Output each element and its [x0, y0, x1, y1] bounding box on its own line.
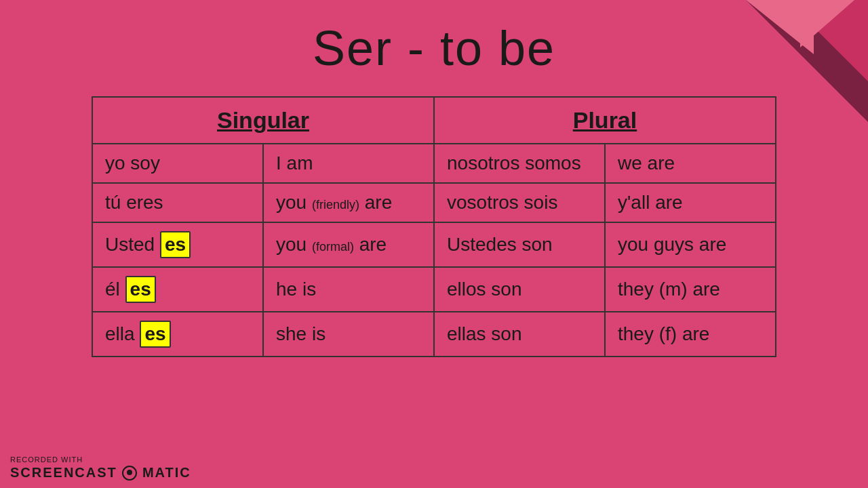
- singular-spanish-5: ella es: [92, 312, 263, 357]
- singular-spanish-2: tú eres: [92, 183, 263, 222]
- singular-english-2: you (friendly) are: [263, 183, 434, 222]
- highlight-es-usted: es: [160, 231, 191, 258]
- watermark: RECORDED WITH SCREENCAST MATIC: [10, 455, 191, 481]
- conjugation-table: Singular Plural yo soy I am nosotros som…: [92, 96, 776, 357]
- plural-spanish-5: ellas son: [434, 312, 605, 357]
- decorative-triangles: [665, 0, 868, 122]
- singular-spanish-4: él es: [92, 267, 263, 312]
- singular-header: Singular: [92, 97, 434, 144]
- table-row: tú eres you (friendly) are vosotros sois…: [92, 183, 776, 222]
- singular-spanish-1: yo soy: [92, 144, 263, 183]
- watermark-line1: RECORDED WITH: [10, 455, 191, 464]
- singular-english-1: I am: [263, 144, 434, 183]
- singular-spanish-3: Usted es: [92, 222, 263, 267]
- plural-spanish-1: nosotros somos: [434, 144, 605, 183]
- plural-english-5: they (f) are: [605, 312, 776, 357]
- plural-spanish-2: vosotros sois: [434, 183, 605, 222]
- table-row: él es he is ellos son they (m) are: [92, 267, 776, 312]
- plural-spanish-4: ellos son: [434, 267, 605, 312]
- friendly-label: (friendly): [312, 198, 359, 211]
- formal-label: (formal): [312, 240, 354, 253]
- watermark-icon-inline: [122, 466, 137, 481]
- plural-english-2: y'all are: [605, 183, 776, 222]
- singular-english-5: she is: [263, 312, 434, 357]
- table-row: Usted es you (formal) are Ustedes son yo…: [92, 222, 776, 267]
- singular-english-3: you (formal) are: [263, 222, 434, 267]
- watermark-line2: SCREENCAST MATIC: [10, 465, 191, 480]
- conjugation-table-container: Singular Plural yo soy I am nosotros som…: [92, 96, 776, 357]
- plural-english-3: you guys are: [605, 222, 776, 267]
- watermark-text-block: RECORDED WITH SCREENCAST MATIC: [10, 455, 191, 481]
- table-row: ella es she is ellas son they (f) are: [92, 312, 776, 357]
- highlight-es-ella: es: [140, 321, 170, 348]
- plural-spanish-3: Ustedes son: [434, 222, 605, 267]
- table-row: yo soy I am nosotros somos we are: [92, 144, 776, 183]
- singular-english-4: he is: [263, 267, 434, 312]
- highlight-es-el: es: [125, 276, 156, 303]
- plural-english-1: we are: [605, 144, 776, 183]
- plural-english-4: they (m) are: [605, 267, 776, 312]
